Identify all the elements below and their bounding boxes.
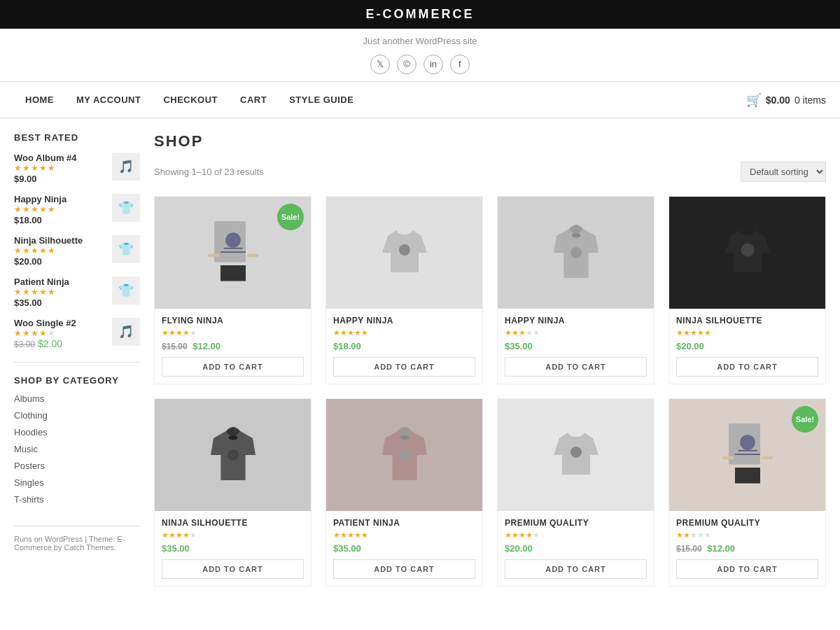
product-stars: ★★★★★ [505,328,647,337]
product-image [155,399,311,511]
svg-point-10 [570,247,582,258]
nav-checkout[interactable]: CHECKOUT [152,82,229,118]
best-rated-name[interactable]: Patient Ninja [14,276,106,287]
product-card[interactable]: HAPPY NINJA ★★★★★ $18.00 ADD TO CART [326,196,483,384]
add-to-cart-button[interactable]: ADD TO CART [333,559,475,579]
nav-links: HOME MY ACCOUNT CHECKOUT CART STYLE GUID… [14,82,365,118]
best-rated-item[interactable]: Happy Ninja ★★★★★ $18.00 👕 [14,194,140,225]
best-rated-name[interactable]: Woo Single #2 [14,318,106,328]
category-link[interactable]: Albums [14,393,44,404]
shop-by-category-title: SHOP BY CATEGORY [14,375,140,386]
product-info: HAPPY NINJA ★★★★★ $18.00 ADD TO CART [326,309,482,384]
product-price: $15.00 $12.00 [162,341,304,351]
product-card[interactable]: NINJA SILHOUETTE ★★★★★ $35.00 ADD TO CAR… [154,398,312,587]
category-item: T-shirts [14,493,140,505]
best-rated-item[interactable]: Woo Album #4 ★★★★★ $9.00 🎵 [14,153,140,184]
category-link[interactable]: Singles [14,477,44,488]
best-rated-item[interactable]: Patient Ninja ★★★★★ $35.00 👕 [14,276,140,308]
category-item: Music [14,443,140,454]
product-image [326,197,482,309]
shop-controls: Showing 1–10 of 23 results Default sorti… [154,162,826,182]
copyright-icon[interactable]: © [397,55,416,74]
svg-point-16 [570,447,582,458]
product-card[interactable]: NINJA SILHOUETTE ★★★★★ $20.00 ADD TO CAR… [668,196,826,384]
nav-cart[interactable]: CART [229,82,278,118]
cart-items-count: 0 items [794,94,826,106]
sort-select[interactable]: Default sorting [741,162,826,182]
product-name: PREMIUM QUALITY [676,518,818,528]
add-to-cart-button[interactable]: ADD TO CART [676,357,818,377]
site-title: E-COMMERCE [366,7,475,21]
best-rated-thumb: 🎵 [112,153,140,181]
best-rated-thumb: 👕 [112,235,140,263]
product-name: HAPPY NINJA [505,316,647,326]
linkedin-icon[interactable]: in [424,55,443,74]
best-rated-name[interactable]: Happy Ninja [14,194,106,204]
product-image [498,197,654,309]
product-image [669,197,825,309]
cart-amount: $0.00 [766,94,790,106]
product-card[interactable]: Sale! FLYING NINJA ★★★★★ $15.00 $12.00 A… [154,196,312,384]
nav-style-guide[interactable]: STYLE GUIDE [278,82,365,118]
best-rated-name[interactable]: Ninja Silhouette [14,235,106,246]
best-rated-thumb: 🎵 [112,318,140,346]
sidebar: BEST RATED Woo Album #4 ★★★★★ $9.00 🎵 Ha… [14,132,154,587]
cart-info[interactable]: 🛒 $0.00 0 items [746,92,826,108]
product-info: FLYING NINJA ★★★★★ $15.00 $12.00 ADD TO … [155,309,311,384]
svg-rect-7 [246,254,258,258]
svg-point-15 [399,449,410,461]
category-link[interactable]: Posters [14,461,45,471]
product-card[interactable]: PREMIUM QUALITY ★★★★★ $20.00 ADD TO CART [497,398,654,587]
best-rated-item[interactable]: Woo Single #2 ★★★★★ $3.00 $2.00 🎵 [14,318,140,349]
tagline: Just another WordPress site [0,29,840,50]
product-price: $18.00 [333,341,475,351]
nav-my-account[interactable]: MY ACCOUNT [65,82,152,118]
product-card[interactable]: HAPPY NINJA ★★★★★ $35.00 ADD TO CART [497,196,654,384]
best-rated-stars: ★★★★★ [14,163,106,173]
nav-home[interactable]: HOME [14,82,65,118]
product-stars: ★★★★★ [162,328,304,337]
svg-rect-24 [761,456,772,460]
best-rated-item[interactable]: Ninja Silhouette ★★★★★ $20.00 👕 [14,235,140,267]
product-stars: ★★★★★ [333,328,475,337]
add-to-cart-button[interactable]: ADD TO CART [162,559,304,579]
category-link[interactable]: Clothing [14,410,48,421]
category-item: Posters [14,460,140,471]
main-nav: HOME MY ACCOUNT CHECKOUT CART STYLE GUID… [0,81,840,118]
svg-rect-5 [233,265,246,281]
add-to-cart-button[interactable]: ADD TO CART [505,559,647,579]
shop-title: SHOP [154,132,826,150]
svg-point-8 [399,244,410,255]
best-rated-price: $3.00 $2.00 [14,338,106,349]
category-list: AlbumsClothingHoodiesMusicPostersSingles… [14,393,140,505]
category-link[interactable]: Music [14,444,38,454]
product-name: FLYING NINJA [162,316,304,326]
add-to-cart-button[interactable]: ADD TO CART [676,559,818,579]
svg-point-1 [225,232,241,248]
add-to-cart-button[interactable]: ADD TO CART [333,357,475,377]
svg-rect-20 [735,454,760,455]
product-info: PREMIUM QUALITY ★★★★★ $15.00 $12.00 ADD … [669,511,825,586]
best-rated-thumb: 👕 [112,276,140,304]
best-rated-stars: ★★★★★ [14,204,106,214]
best-rated-name[interactable]: Woo Album #4 [14,153,106,163]
add-to-cart-button[interactable]: ADD TO CART [162,357,304,377]
twitter-icon[interactable]: 𝕏 [370,55,390,74]
product-stars: ★★★★★ [676,531,818,540]
product-name: NINJA SILHOUETTE [676,316,818,326]
category-link[interactable]: T-shirts [14,494,44,505]
category-item: Albums [14,393,140,404]
svg-point-18 [740,435,755,450]
product-name: PATIENT NINJA [333,518,475,528]
svg-point-11 [741,243,754,256]
svg-point-13 [227,449,239,461]
facebook-icon[interactable]: f [450,55,470,74]
add-to-cart-button[interactable]: ADD TO CART [505,357,647,377]
svg-rect-21 [735,468,748,484]
product-card[interactable]: Sale! PREMIUM QUALITY ★★★★★ $15.00 $12.0… [668,398,826,587]
product-card[interactable]: PATIENT NINJA ★★★★★ $35.00 ADD TO CART [326,398,483,587]
best-rated-stars: ★★★★★ [14,328,106,338]
category-link[interactable]: Hoodies [14,427,48,438]
shop-main: SHOP Showing 1–10 of 23 results Default … [154,132,826,587]
best-rated-price: $9.00 [14,173,106,184]
